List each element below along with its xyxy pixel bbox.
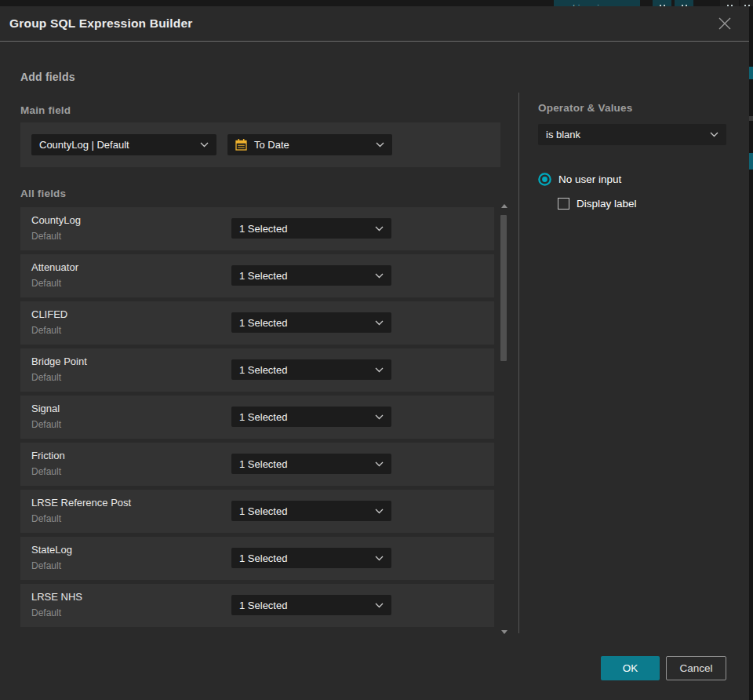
close-icon[interactable] xyxy=(716,15,733,32)
chevron-down-icon xyxy=(375,556,384,561)
field-selected-value: 1 Selected xyxy=(239,317,287,329)
field-selected-value: 1 Selected xyxy=(239,411,287,423)
field-sublabel: Default xyxy=(31,231,61,242)
screen: Live view Group SQL Expression Builder A… xyxy=(0,0,753,700)
main-field-select-value: CountyLog | Default xyxy=(39,139,129,151)
scrollbar-thumb[interactable] xyxy=(500,215,507,361)
edge-fragment xyxy=(749,153,753,170)
background-app-strip: Live view xyxy=(0,0,753,6)
field-selected-value: 1 Selected xyxy=(239,364,287,376)
field-name: LRSE Reference Post xyxy=(31,497,131,509)
operator-values-heading: Operator & Values xyxy=(538,102,632,114)
field-sublabel: Default xyxy=(31,278,61,289)
field-row: CLIFED Default 1 Selected xyxy=(20,301,494,345)
display-label-checkbox[interactable]: Display label xyxy=(558,198,637,210)
field-name: Attenuator xyxy=(31,261,78,273)
pause-icon[interactable] xyxy=(653,0,671,6)
field-row: Signal Default 1 Selected xyxy=(20,396,494,439)
date-field-select-value: To Date xyxy=(254,139,289,151)
background-app-edge xyxy=(749,6,753,700)
field-selected-dropdown[interactable]: 1 Selected xyxy=(231,218,391,239)
no-user-input-radio[interactable]: No user input xyxy=(538,173,621,186)
dialog-footer: OK Cancel xyxy=(601,656,726,680)
main-field-select[interactable]: CountyLog | Default xyxy=(31,134,216,155)
field-name: Friction xyxy=(31,450,65,461)
field-selected-dropdown[interactable]: 1 Selected xyxy=(231,595,391,615)
edge-fragment xyxy=(749,116,753,121)
all-fields-list: CountyLog Default 1 Selected Attenuator … xyxy=(20,207,494,631)
field-selected-value: 1 Selected xyxy=(239,505,287,517)
operator-select[interactable]: is blank xyxy=(538,124,726,145)
panel-divider xyxy=(518,93,519,633)
main-field-heading: Main field xyxy=(20,104,71,116)
operator-select-value: is blank xyxy=(546,129,580,140)
field-selected-dropdown[interactable]: 1 Selected xyxy=(231,454,391,474)
all-fields-heading: All fields xyxy=(20,188,66,199)
chevron-down-icon xyxy=(200,142,209,148)
field-sublabel: Default xyxy=(31,419,61,430)
chevron-down-icon xyxy=(375,367,384,373)
columns-icon[interactable] xyxy=(740,0,753,6)
display-label-label: Display label xyxy=(577,198,637,210)
scroll-down-icon[interactable] xyxy=(501,630,507,634)
field-name: CLIFED xyxy=(31,308,67,320)
field-selected-dropdown[interactable]: 1 Selected xyxy=(231,548,391,568)
field-row: Friction Default 1 Selected xyxy=(20,443,494,486)
dialog-title: Group SQL Expression Builder xyxy=(9,16,193,31)
dialog-header: Group SQL Expression Builder xyxy=(0,6,749,42)
field-selected-dropdown[interactable]: 1 Selected xyxy=(231,501,391,521)
chevron-down-icon xyxy=(375,273,384,279)
field-selected-dropdown[interactable]: 1 Selected xyxy=(231,265,391,286)
field-sublabel: Default xyxy=(31,372,61,383)
no-user-input-label: No user input xyxy=(558,173,621,185)
field-name: CountyLog xyxy=(31,214,81,226)
add-fields-heading: Add fields xyxy=(20,71,75,83)
field-sublabel: Default xyxy=(31,560,61,571)
field-row: CountyLog Default 1 Selected xyxy=(20,207,494,250)
field-row: LRSE NHS Default 1 Selected xyxy=(20,584,494,627)
field-selected-dropdown[interactable]: 1 Selected xyxy=(231,407,391,427)
field-selected-value: 1 Selected xyxy=(239,270,287,282)
scroll-up-icon[interactable] xyxy=(501,204,507,208)
field-sublabel: Default xyxy=(31,325,61,336)
field-row: StateLog Default 1 Selected xyxy=(20,537,494,580)
field-selected-value: 1 Selected xyxy=(239,223,287,235)
field-row: Bridge Point Default 1 Selected xyxy=(20,348,494,392)
field-selected-dropdown[interactable]: 1 Selected xyxy=(231,312,391,333)
field-name: LRSE NHS xyxy=(31,591,82,603)
chevron-down-icon xyxy=(375,603,384,608)
chevron-down-icon xyxy=(375,461,384,467)
live-view-toggle[interactable]: Live view xyxy=(554,0,640,6)
date-field-select[interactable]: To Date xyxy=(227,134,392,155)
field-sublabel: Default xyxy=(31,513,61,524)
field-selected-value: 1 Selected xyxy=(239,552,287,564)
cancel-button[interactable]: Cancel xyxy=(666,656,726,680)
field-name: Signal xyxy=(31,403,60,414)
field-sublabel: Default xyxy=(31,466,61,477)
columns-icon[interactable] xyxy=(720,0,739,6)
field-sublabel: Default xyxy=(31,607,61,618)
radio-selected-icon xyxy=(538,173,551,186)
chevron-down-icon xyxy=(375,414,384,420)
group-sql-expression-builder-dialog: Group SQL Expression Builder Add fields … xyxy=(0,6,749,700)
main-field-panel: CountyLog | Default To Date xyxy=(20,122,500,167)
pause-icon[interactable] xyxy=(675,0,693,6)
chevron-down-icon xyxy=(375,226,384,232)
chevron-down-icon xyxy=(710,132,718,137)
chevron-down-icon xyxy=(375,509,384,514)
ok-button[interactable]: OK xyxy=(601,656,660,680)
field-row: LRSE Reference Post Default 1 Selected xyxy=(20,490,494,533)
chevron-down-icon xyxy=(375,320,384,326)
edge-fragment xyxy=(749,67,753,79)
field-name: StateLog xyxy=(31,544,72,556)
field-name: Bridge Point xyxy=(31,355,87,367)
checkbox-unchecked-icon xyxy=(558,198,569,210)
fields-list-scrollbar[interactable] xyxy=(500,202,509,636)
field-selected-value: 1 Selected xyxy=(239,458,287,470)
field-selected-value: 1 Selected xyxy=(239,600,287,611)
field-selected-dropdown[interactable]: 1 Selected xyxy=(231,359,391,380)
calendar-icon xyxy=(235,139,247,151)
field-row: Attenuator Default 1 Selected xyxy=(20,254,494,297)
chevron-down-icon xyxy=(376,142,384,148)
